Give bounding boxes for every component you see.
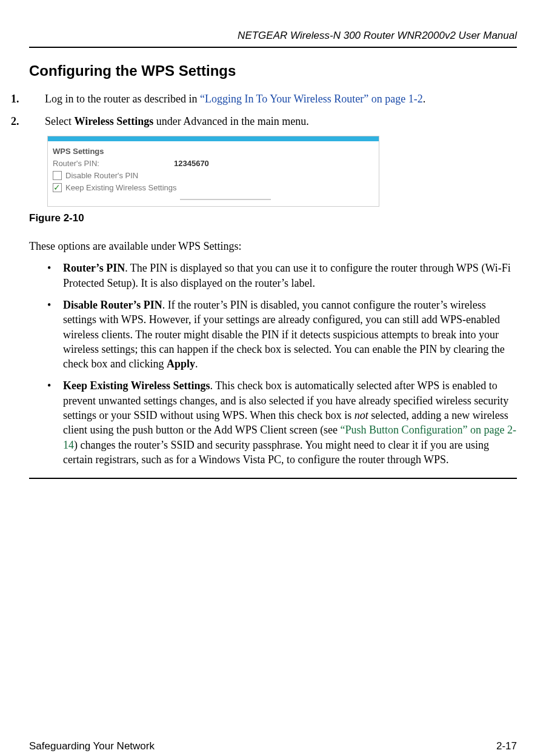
bullet-body: . The PIN is displayed so that you can u… [63,262,511,289]
bullet-title: Keep Existing Wireless Settings [63,380,210,392]
bullet-disable-pin: Disable Router’s PIN. If the router’s PI… [47,298,517,371]
figure-bluebar [48,136,379,141]
section-title: Configuring the WPS Settings [29,61,517,81]
lead-paragraph: These options are available under WPS Se… [29,239,517,253]
checkbox-label: Keep Existing Wireless Settings [65,182,177,193]
wireless-settings-bold: Wireless Settings [74,115,153,127]
checkbox-disable-pin[interactable] [53,171,62,180]
router-pin-label: Router's PIN: [53,158,174,169]
wps-panel-title: WPS Settings [53,146,374,157]
apply-bold: Apply [167,358,195,370]
checkbox-keep-settings[interactable] [53,183,62,192]
footer-left: Safeguarding Your Network [29,740,155,754]
step-number: 1. [29,92,45,106]
bullet-routers-pin: Router’s PIN. The PIN is displayed so th… [47,261,517,290]
step-text: Log in to the router as described in [45,93,200,105]
figure-caption: Figure 2-10 [29,212,517,226]
step-number: 2. [29,114,45,129]
bullet-keep-existing: Keep Existing Wireless Settings. This ch… [47,378,517,467]
router-pin-value: 12345670 [174,158,209,169]
step-text-tail: under Advanced in the main menu. [153,115,308,127]
top-rule [29,47,517,48]
bullet-title: Disable Router’s PIN [63,299,162,311]
footer-page: 2-17 [496,740,517,754]
router-pin-row: Router's PIN: 12345670 [53,158,374,169]
bullet-body-tail: ) changes the router’s SSID and security… [63,439,489,466]
xref-logging-in[interactable]: “Logging In To Your Wireless Router” on … [200,93,423,105]
checkbox-label: Disable Router's PIN [65,170,138,181]
checkbox-disable-pin-row: Disable Router's PIN [53,170,374,181]
checkbox-keep-settings-row: Keep Existing Wireless Settings [53,182,374,193]
step-2: 2.Select Wireless Settings under Advance… [29,114,517,129]
step-text-tail: . [423,93,426,105]
step-1: 1.Log in to the router as described in “… [29,92,517,106]
bullet-list: Router’s PIN. The PIN is displayed so th… [29,261,517,467]
not-italic: not [355,409,368,421]
running-head: NETGEAR Wireless-N 300 Router WNR2000v2 … [29,29,517,43]
footer-rule [29,478,517,479]
bullet-body-tail: . [195,358,198,370]
bullet-title: Router’s PIN [63,262,125,274]
step-text: Select [45,115,74,127]
footer: Safeguarding Your Network 2-17 [29,740,517,754]
figure-divider [180,199,271,200]
step-list: 1.Log in to the router as described in “… [29,92,517,129]
figure-screenshot: WPS Settings Router's PIN: 12345670 Disa… [47,136,379,207]
